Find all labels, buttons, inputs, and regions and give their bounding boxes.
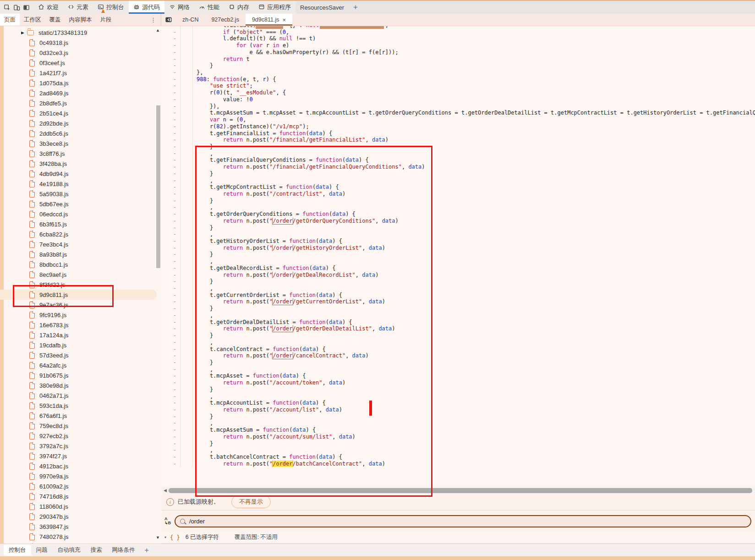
code-line[interactable]: - return n.post("/financial/getFinancial… — [162, 164, 755, 170]
code-line[interactable]: - } — [162, 225, 755, 231]
code-line[interactable]: - } — [162, 278, 755, 285]
line-gutter[interactable]: - — [162, 184, 180, 191]
code-line[interactable]: - r(82).getInstance)("/v1/mcp"); — [162, 123, 755, 130]
line-gutter[interactable]: - — [162, 461, 180, 467]
line-gutter[interactable]: - — [162, 116, 180, 123]
code-line[interactable]: - }), — [162, 103, 755, 110]
file-item-6cba822.js[interactable]: 6cba822.js — [0, 229, 161, 239]
code-line[interactable]: - return n.post("/order/cancelContract",… — [162, 352, 755, 359]
file-item-380e98d.js[interactable]: 380e98d.js — [0, 380, 161, 390]
line-gutter[interactable]: - — [162, 305, 180, 312]
file-item-3639847.js[interactable]: 3639847.js — [0, 522, 161, 532]
sidebar-scrollbar[interactable] — [156, 105, 160, 268]
line-gutter[interactable]: - — [162, 258, 180, 265]
line-gutter[interactable]: - — [162, 211, 180, 218]
line-gutter[interactable]: - — [162, 420, 180, 427]
code-line[interactable]: - l.default)(t) && null !== t) — [162, 35, 755, 42]
file-item-927ecb2.js[interactable]: 927ecb2.js — [0, 431, 161, 441]
file-item-9fc9196.js[interactable]: 9fc9196.js — [0, 310, 161, 320]
file-item-06edccd.js[interactable]: 06edccd.js — [0, 209, 161, 219]
more-tabs-button[interactable]: + — [349, 1, 362, 14]
search-input[interactable]: /order — [175, 515, 751, 527]
line-gutter[interactable]: - — [162, 82, 180, 89]
expand-arrow-icon[interactable]: ▶ — [21, 31, 24, 35]
file-item-19cdafb.js[interactable]: 19cdafb.js — [0, 340, 161, 350]
line-gutter[interactable]: - — [162, 49, 180, 56]
file-item-290347b.js[interactable]: 290347b.js — [0, 511, 161, 522]
file-item-0d32ce3.js[interactable]: 0d32ce3.js — [0, 48, 161, 58]
line-gutter[interactable]: - — [162, 454, 180, 461]
tree-folder-static[interactable]: ▶ static/1733481319 — [0, 27, 161, 38]
line-gutter[interactable]: - — [162, 393, 180, 400]
file-item-2b8dfe5.js[interactable]: 2b8dfe5.js — [0, 98, 161, 108]
line-gutter[interactable]: - — [162, 386, 180, 393]
drawer-tab-console[interactable]: 控制台 — [4, 544, 31, 556]
tab-sources[interactable]: 源代码 — [129, 1, 164, 14]
line-gutter[interactable]: - — [162, 245, 180, 252]
inspect-icon[interactable] — [4, 4, 11, 11]
line-gutter[interactable]: - — [162, 123, 180, 130]
line-gutter[interactable]: - — [162, 164, 180, 170]
file-item-676a6f1.js[interactable]: 676a6f1.js — [0, 411, 161, 421]
line-gutter[interactable]: - — [162, 352, 180, 359]
line-gutter[interactable]: - — [162, 42, 180, 49]
code-line[interactable]: - t.mcpAccountList = function(data) { — [162, 400, 755, 406]
file-item-9d9c811.js[interactable]: 9d9c811.js — [0, 290, 157, 300]
code-line[interactable]: -988: function(e, t, r) { — [162, 76, 755, 83]
code-viewport[interactable]: - l.default)(e) ? t = {} : null === e ? … — [162, 26, 755, 487]
code-line[interactable]: - return t — [162, 56, 755, 63]
line-gutter[interactable]: - — [162, 89, 180, 96]
pretty-print-icon[interactable]: { } — [170, 534, 180, 541]
scrollbar-thumb[interactable] — [169, 488, 752, 493]
code-line[interactable]: - return n.post("/account/sum/list", dat… — [162, 434, 755, 440]
code-line[interactable]: - } — [162, 305, 755, 312]
tab-workspace[interactable]: 工作区 — [20, 14, 45, 26]
code-line[interactable]: - , — [162, 447, 755, 454]
line-gutter[interactable]: - — [162, 170, 180, 177]
code-line[interactable]: - } — [162, 143, 755, 150]
code-line[interactable]: - , — [162, 177, 755, 184]
file-item-61009a2.js[interactable]: 61009a2.js — [0, 481, 161, 491]
code-line[interactable]: - , — [162, 231, 755, 238]
line-gutter[interactable]: - — [162, 110, 180, 116]
file-item-57d3eed.js[interactable]: 57d3eed.js — [0, 350, 161, 360]
file-item-0f3ceef.js[interactable]: 0f3ceef.js — [0, 58, 161, 68]
line-gutter[interactable]: - — [162, 366, 180, 373]
more-options-icon[interactable]: ⋮ — [146, 14, 161, 26]
file-item-2b51ce4.js[interactable]: 2b51ce4.js — [0, 108, 161, 118]
tab-performance[interactable]: 性能 — [194, 1, 224, 14]
scroll-up-icon[interactable]: ▲ — [156, 28, 160, 33]
file-item-0462a71.js[interactable]: 0462a71.js — [0, 390, 161, 401]
line-gutter[interactable]: - — [162, 103, 180, 110]
code-line[interactable]: - t.mcpAsset = function(data) { — [162, 373, 755, 379]
line-gutter[interactable]: - — [162, 379, 180, 386]
file-item-6b3f615.js[interactable]: 6b3f615.js — [0, 219, 161, 229]
file-item-593c1da.js[interactable]: 593c1da.js — [0, 401, 161, 411]
code-line[interactable]: - t.mcpAssetSum = function(data) { — [162, 427, 755, 434]
code-line[interactable]: - return n.post("/order/getDealRecordLis… — [162, 272, 755, 279]
line-gutter[interactable]: - — [162, 204, 180, 211]
code-line[interactable]: - , — [162, 420, 755, 427]
code-line[interactable]: - e && e.hasOwnProperty(r) && (t[r] = f(… — [162, 49, 755, 56]
tab-page[interactable]: 页面 — [0, 14, 20, 26]
code-line[interactable]: - if ("object" === (0, — [162, 29, 755, 36]
line-gutter[interactable]: - — [162, 231, 180, 238]
code-line[interactable]: - r(0)(t, "__esModule", { — [162, 89, 755, 96]
code-line[interactable]: - t.getOrderQueryConditions = function(d… — [162, 211, 755, 218]
tab-memory[interactable]: 内存 — [224, 1, 254, 14]
code-line[interactable]: - , — [162, 285, 755, 292]
line-gutter[interactable]: - — [162, 62, 180, 69]
code-line[interactable]: - } — [162, 198, 755, 204]
file-item-1d075da.js[interactable]: 1d075da.js — [0, 78, 161, 88]
line-gutter[interactable]: - — [162, 434, 180, 440]
file-item-1a421f7.js[interactable]: 1a421f7.js — [0, 68, 161, 78]
file-item-4db9d94.js[interactable]: 4db9d94.js — [0, 169, 161, 179]
file-item-3c8ff76.js[interactable]: 3c8ff76.js — [0, 148, 161, 159]
line-gutter[interactable]: - — [162, 218, 180, 225]
file-item-118060d.js[interactable]: 118060d.js — [0, 501, 161, 511]
code-line[interactable]: - for (var r in e) — [162, 42, 755, 49]
line-gutter[interactable]: - — [162, 332, 180, 339]
file-item-7ee3bc4.js[interactable]: 7ee3bc4.js — [0, 239, 161, 249]
file-tab-zh-cn[interactable]: zh-CN — [176, 14, 205, 26]
line-gutter[interactable]: - — [162, 29, 180, 36]
